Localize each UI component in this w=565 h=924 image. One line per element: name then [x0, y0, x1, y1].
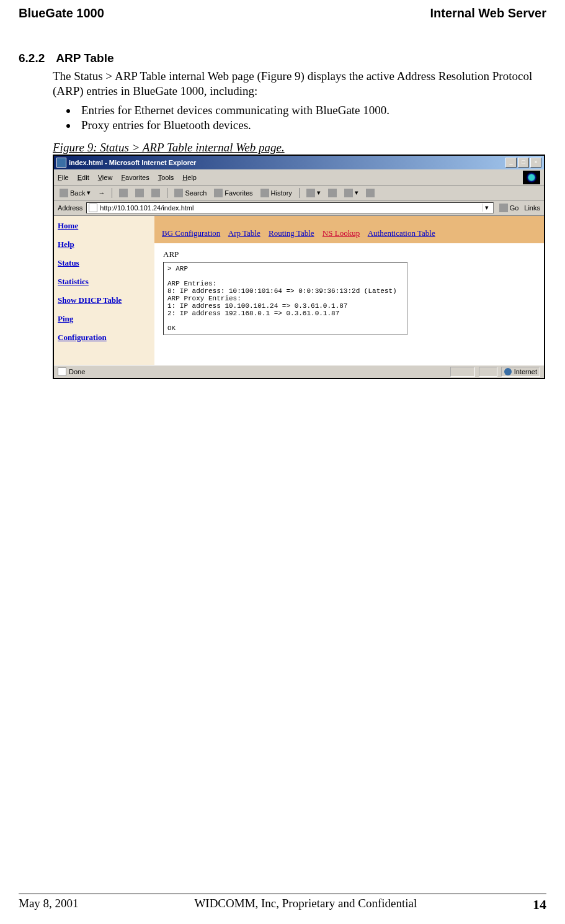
menu-file[interactable]: File	[58, 174, 69, 181]
discuss-icon	[366, 189, 375, 197]
bullet-list: Entries for Ethernet devices communicati…	[53, 104, 546, 132]
favorites-icon	[214, 189, 223, 197]
bullet-item: Proxy entries for Bluetooth devices.	[78, 119, 546, 132]
intro-paragraph: The Status > ARP Table internal Web page…	[53, 69, 546, 99]
status-zone-text: Internet	[514, 368, 537, 375]
edit-icon	[344, 189, 353, 197]
statusbar: Done Internet	[54, 365, 544, 378]
mail-icon	[306, 189, 315, 197]
page-header: BlueGate 1000 Internal Web Server	[19, 6, 546, 20]
menu-view[interactable]: View	[98, 174, 113, 181]
tab-bg-config[interactable]: BG Configuration	[162, 228, 220, 238]
bullet-item: Entries for Ethernet devices communicati…	[78, 104, 546, 117]
stop-button[interactable]	[117, 188, 130, 198]
forward-button[interactable]: →	[96, 189, 107, 197]
links-label[interactable]: Links	[524, 204, 540, 212]
sidebar-item-status[interactable]: Status	[58, 258, 151, 268]
menu-favorites[interactable]: Favorites	[121, 174, 149, 181]
addressbar: Address http://10.100.101.24/index.html …	[54, 200, 544, 216]
status-text: Done	[69, 368, 85, 375]
close-button[interactable]: ×	[530, 158, 541, 168]
toolbar: Back ▾ → Search Favorites History ▾ ▾	[54, 186, 544, 200]
sidebar: Home Help Status Statistics Show DHCP Ta…	[54, 216, 154, 365]
section-heading: 6.2.2ARP Table	[19, 52, 546, 65]
section-title: ARP Table	[56, 52, 113, 65]
history-button[interactable]: History	[259, 188, 294, 198]
mail-button[interactable]: ▾	[305, 188, 323, 198]
history-icon	[260, 189, 269, 197]
header-right: Internal Web Server	[430, 6, 546, 20]
stop-icon	[119, 189, 128, 197]
status-zone: Internet	[501, 367, 540, 377]
section-number: 6.2.2	[19, 52, 45, 65]
menubar: File Edit View Favorites Tools Help	[54, 169, 544, 186]
menu-tools[interactable]: Tools	[158, 174, 174, 181]
go-icon	[499, 204, 508, 212]
footer-date: May 8, 2001	[19, 897, 79, 913]
refresh-icon	[135, 189, 144, 197]
menu-edit[interactable]: Edit	[78, 174, 89, 181]
tab-band: BG Configuration Arp Table Routing Table…	[154, 216, 544, 243]
page-footer: May 8, 2001 WIDCOMM, Inc, Proprietary an…	[19, 894, 546, 913]
search-button[interactable]: Search	[172, 188, 208, 198]
search-icon	[174, 189, 183, 197]
go-button[interactable]: Go	[497, 203, 521, 213]
figure-caption: Figure 9: Status > ARP Table internal We…	[53, 141, 546, 155]
home-icon	[151, 189, 160, 197]
sidebar-item-home[interactable]: Home	[58, 221, 151, 231]
address-dropdown-icon[interactable]: ▾	[482, 204, 491, 212]
status-segment	[450, 367, 475, 377]
discuss-button[interactable]	[364, 188, 376, 198]
tab-auth-table[interactable]: Authentication Table	[368, 228, 435, 238]
browser-window: index.html - Microsoft Internet Explorer…	[53, 155, 545, 379]
refresh-button[interactable]	[133, 188, 146, 198]
ie-logo-icon	[523, 171, 540, 184]
maximize-button[interactable]: □	[518, 158, 529, 168]
sidebar-item-statistics[interactable]: Statistics	[58, 277, 151, 287]
address-input[interactable]: http://10.100.101.24/index.html ▾	[86, 202, 493, 213]
tab-arp-table[interactable]: Arp Table	[228, 228, 260, 238]
titlebar: index.html - Microsoft Internet Explorer…	[54, 156, 544, 169]
status-page-icon	[58, 367, 66, 376]
footer-confidential: WIDCOMM, Inc, Proprietary and Confidenti…	[79, 897, 533, 913]
sidebar-item-ping[interactable]: Ping	[58, 314, 151, 324]
tab-routing-table[interactable]: Routing Table	[269, 228, 314, 238]
window-title: index.html - Microsoft Internet Explorer	[69, 159, 505, 166]
print-button[interactable]	[326, 188, 339, 198]
sidebar-item-configuration[interactable]: Configuration	[58, 333, 151, 343]
content-area: Home Help Status Statistics Show DHCP Ta…	[54, 216, 544, 365]
status-segment	[479, 367, 497, 377]
back-icon	[60, 189, 68, 197]
arp-terminal-output: > ARP ARP Entries: 8: IP address: 10:100…	[163, 262, 407, 335]
print-icon	[328, 189, 337, 197]
page-icon	[89, 204, 97, 212]
arp-heading: ARP	[163, 249, 535, 259]
tab-ns-lookup[interactable]: NS Lookup	[323, 228, 360, 238]
address-value: http://10.100.101.24/index.html	[100, 204, 479, 212]
header-left: BlueGate 1000	[19, 6, 104, 20]
minimize-button[interactable]: _	[505, 158, 517, 168]
favorites-button[interactable]: Favorites	[212, 188, 254, 198]
edit-button[interactable]: ▾	[342, 188, 360, 198]
sidebar-item-help[interactable]: Help	[58, 240, 151, 249]
internet-icon	[504, 368, 512, 375]
menu-help[interactable]: Help	[182, 174, 197, 181]
main-pane: BG Configuration Arp Table Routing Table…	[154, 216, 544, 365]
footer-page-number: 14	[533, 897, 546, 913]
ie-page-icon	[56, 158, 66, 168]
back-button[interactable]: Back ▾	[58, 188, 92, 198]
sidebar-item-dhcp[interactable]: Show DHCP Table	[58, 295, 151, 305]
home-button[interactable]	[149, 188, 162, 198]
address-label: Address	[58, 204, 82, 212]
